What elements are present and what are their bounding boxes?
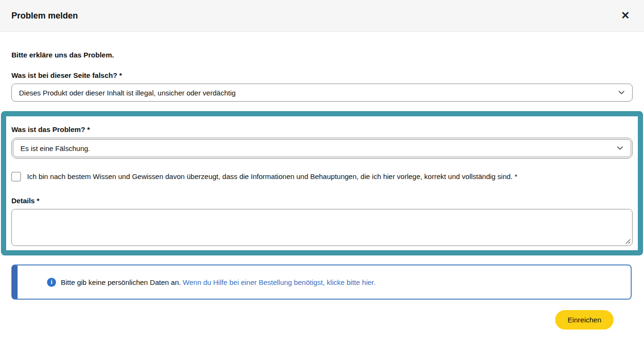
resize-grip-icon[interactable] [625, 239, 631, 244]
confirmation-row: Ich bin nach bestem Wissen und Gewissen … [11, 171, 633, 182]
problem-select-focus-ring: Es ist eine Fälschung. [11, 138, 633, 159]
confirmation-text: Ich bin nach bestem Wissen und Gewissen … [27, 171, 517, 182]
intro-text: Bitte erkläre uns das Problem. [11, 51, 633, 59]
details-label: Details * [11, 197, 633, 205]
page-issue-label: Was ist bei dieser Seite falsch? * [11, 71, 633, 79]
modal-footer: Einreichen [11, 300, 633, 330]
page-issue-select[interactable]: Dieses Produkt oder dieser Inhalt ist il… [11, 84, 633, 102]
problem-select[interactable]: Es ist eine Fälschung. [13, 139, 631, 157]
modal-title: Problem melden [11, 11, 78, 21]
chevron-down-icon [617, 146, 623, 150]
notice-text: Bitte gib keine persönlichen Daten an. W… [61, 278, 376, 286]
modal-body: Bitte erkläre uns das Problem. Was ist b… [0, 51, 644, 330]
problem-selected-value: Es ist eine Fälschung. [20, 144, 90, 152]
report-problem-modal: Problem melden ✕ Bitte erkläre uns das P… [0, 0, 644, 349]
details-textarea-wrap [11, 209, 633, 246]
confirmation-checkbox[interactable] [11, 172, 21, 181]
highlight-annotation-box: Was ist das Problem? * Es ist eine Fälsc… [1, 111, 643, 255]
info-icon: i [47, 278, 56, 287]
page-issue-selected-value: Dieses Produkt oder dieser Inhalt ist il… [19, 89, 236, 97]
problem-label: Was ist das Problem? * [11, 125, 633, 133]
notice-static-text: Bitte gib keine persönlichen Daten an. [61, 278, 181, 286]
order-help-link[interactable]: Wenn du Hilfe bei einer Bestellung benöt… [183, 278, 376, 286]
privacy-notice: i Bitte gib keine persönlichen Daten an.… [11, 264, 632, 300]
submit-button[interactable]: Einreichen [555, 310, 614, 330]
close-icon[interactable]: ✕ [619, 9, 632, 23]
chevron-down-icon [618, 91, 625, 94]
details-textarea[interactable] [11, 209, 633, 246]
modal-header: Problem melden ✕ [0, 0, 644, 32]
